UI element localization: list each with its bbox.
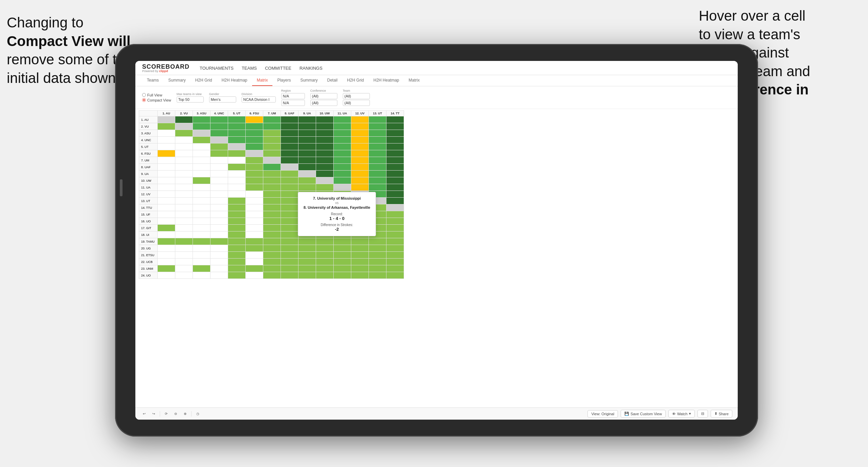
matrix-cell[interactable] <box>316 184 334 191</box>
matrix-cell[interactable] <box>210 116 228 123</box>
matrix-cell[interactable] <box>386 116 404 123</box>
matrix-cell[interactable] <box>175 218 193 225</box>
matrix-cell[interactable] <box>246 191 263 198</box>
matrix-cell[interactable] <box>316 259 334 265</box>
matrix-cell[interactable] <box>281 259 298 265</box>
matrix-cell[interactable] <box>369 150 386 157</box>
matrix-cell[interactable] <box>386 218 404 225</box>
tab-summary2[interactable]: Summary <box>295 75 322 86</box>
matrix-cell[interactable] <box>263 225 281 231</box>
matrix-cell[interactable] <box>246 272 263 279</box>
matrix-cell[interactable] <box>175 231 193 238</box>
matrix-cell[interactable] <box>386 150 404 157</box>
matrix-cell[interactable] <box>158 143 175 150</box>
matrix-cell[interactable] <box>210 123 228 130</box>
matrix-cell[interactable] <box>246 204 263 211</box>
matrix-cell[interactable] <box>263 245 281 252</box>
tab-h2h-heatmap[interactable]: H2H Heatmap <box>217 75 252 86</box>
matrix-cell[interactable] <box>158 211 175 218</box>
matrix-cell[interactable] <box>334 164 351 171</box>
matrix-cell[interactable] <box>210 143 228 150</box>
matrix-cell[interactable] <box>210 164 228 171</box>
matrix-cell[interactable] <box>246 252 263 259</box>
matrix-cell[interactable] <box>316 116 334 123</box>
matrix-cell[interactable] <box>351 184 369 191</box>
matrix-cell[interactable] <box>158 157 175 164</box>
matrix-cell[interactable] <box>210 191 228 198</box>
matrix-cell[interactable] <box>263 171 281 177</box>
matrix-cell[interactable] <box>210 204 228 211</box>
matrix-cell[interactable] <box>351 238 369 245</box>
matrix-cell[interactable] <box>246 225 263 231</box>
matrix-cell[interactable] <box>175 184 193 191</box>
matrix-cell[interactable] <box>193 231 210 238</box>
matrix-cell[interactable] <box>334 245 351 252</box>
matrix-cell[interactable] <box>298 150 316 157</box>
matrix-cell[interactable] <box>334 259 351 265</box>
matrix-cell[interactable] <box>246 245 263 252</box>
matrix-cell[interactable] <box>369 137 386 143</box>
matrix-cell[interactable] <box>228 259 246 265</box>
matrix-cell[interactable] <box>210 231 228 238</box>
matrix-cell[interactable] <box>281 116 298 123</box>
matrix-cell[interactable] <box>175 225 193 231</box>
matrix-cell[interactable] <box>369 265 386 272</box>
matrix-cell[interactable] <box>316 130 334 137</box>
matrix-cell[interactable] <box>210 177 228 184</box>
matrix-cell[interactable] <box>298 177 316 184</box>
matrix-cell[interactable] <box>351 137 369 143</box>
matrix-cell[interactable] <box>228 272 246 279</box>
matrix-cell[interactable] <box>351 171 369 177</box>
matrix-cell[interactable] <box>193 272 210 279</box>
matrix-cell[interactable] <box>298 238 316 245</box>
matrix-cell[interactable] <box>210 137 228 143</box>
matrix-cell[interactable] <box>158 259 175 265</box>
matrix-cell[interactable] <box>246 265 263 272</box>
matrix-cell[interactable] <box>246 171 263 177</box>
matrix-cell[interactable] <box>281 171 298 177</box>
matrix-cell[interactable] <box>316 272 334 279</box>
matrix-cell[interactable] <box>193 198 210 204</box>
matrix-cell[interactable] <box>263 137 281 143</box>
filter-conference-select[interactable]: (All) <box>310 93 337 99</box>
matrix-cell[interactable] <box>316 245 334 252</box>
matrix-cell[interactable] <box>193 184 210 191</box>
matrix-cell[interactable] <box>158 265 175 272</box>
tab-summary[interactable]: Summary <box>163 75 190 86</box>
matrix-cell[interactable] <box>246 198 263 204</box>
matrix-cell[interactable] <box>175 191 193 198</box>
tab-detail[interactable]: Detail <box>322 75 342 86</box>
matrix-cell[interactable] <box>175 137 193 143</box>
matrix-cell[interactable] <box>386 231 404 238</box>
matrix-cell[interactable] <box>228 164 246 171</box>
matrix-cell[interactable] <box>175 123 193 130</box>
matrix-cell[interactable] <box>334 143 351 150</box>
matrix-cell[interactable] <box>175 150 193 157</box>
matrix-cell[interactable] <box>386 198 404 204</box>
matrix-cell[interactable] <box>334 252 351 259</box>
matrix-cell[interactable] <box>386 204 404 211</box>
matrix-cell[interactable] <box>386 238 404 245</box>
matrix-cell[interactable] <box>263 130 281 137</box>
matrix-cell[interactable] <box>351 259 369 265</box>
matrix-cell[interactable] <box>298 157 316 164</box>
matrix-cell[interactable] <box>351 130 369 137</box>
matrix-cell[interactable] <box>263 184 281 191</box>
matrix-cell[interactable] <box>246 211 263 218</box>
matrix-cell[interactable] <box>263 272 281 279</box>
matrix-cell[interactable] <box>386 177 404 184</box>
matrix-cell[interactable] <box>175 198 193 204</box>
filter-max-teams-select[interactable]: Top 50 <box>177 96 204 103</box>
matrix-cell[interactable] <box>175 171 193 177</box>
matrix-cell[interactable] <box>369 164 386 171</box>
matrix-cell[interactable] <box>369 123 386 130</box>
matrix-cell[interactable] <box>210 272 228 279</box>
matrix-cell[interactable] <box>281 245 298 252</box>
matrix-cell[interactable] <box>263 123 281 130</box>
matrix-cell[interactable] <box>246 231 263 238</box>
tab-matrix2[interactable]: Matrix <box>404 75 425 86</box>
matrix-cell[interactable] <box>351 245 369 252</box>
save-custom-button[interactable]: 💾 Save Custom View <box>621 410 666 418</box>
matrix-cell[interactable] <box>263 265 281 272</box>
matrix-cell[interactable] <box>228 225 246 231</box>
